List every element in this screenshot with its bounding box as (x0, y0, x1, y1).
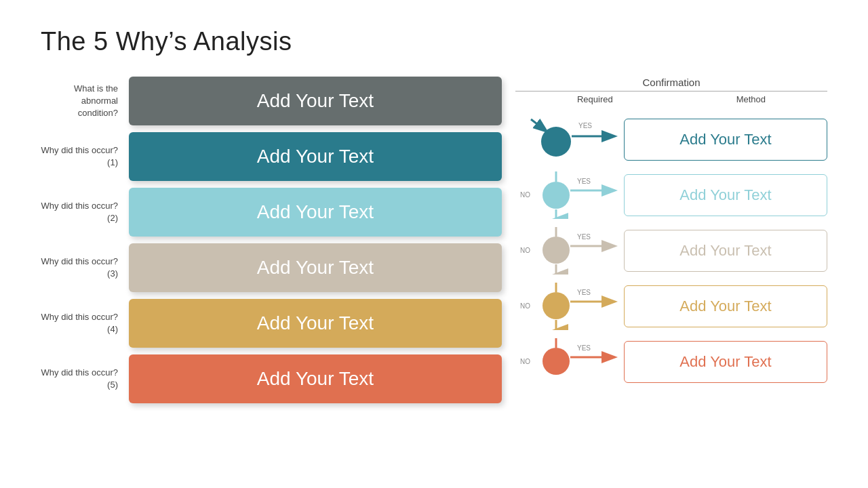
row-label-1: Why did this occur? (1) (41, 144, 129, 169)
svg-text:NO: NO (520, 191, 530, 199)
main-box-2[interactable]: Add Your Text (129, 188, 502, 237)
main-box-3[interactable]: Add Your Text (129, 243, 502, 292)
col-method: Method (736, 94, 766, 104)
left-row-0: What is the abnormal condition? Add Your… (41, 77, 502, 125)
right-row-4: NO YES Add Your Text (515, 338, 827, 386)
page: The 5 Why’s Analysis What is the abnorma… (0, 0, 868, 488)
svg-line-3 (531, 119, 546, 131)
right-box-1[interactable]: Add Your Text (624, 174, 827, 216)
row-label-4: Why did this occur? (4) (41, 311, 129, 336)
main-box-0[interactable]: Add Your Text (129, 77, 502, 125)
right-row-2: NO YES Add Your Text (515, 226, 827, 275)
svg-point-0 (541, 127, 571, 157)
flow-svg-1: NO YES (519, 171, 620, 219)
right-panel: Confirmation Required Method (502, 77, 827, 410)
svg-point-18 (542, 292, 570, 319)
confirmation-title: Confirmation (515, 77, 827, 88)
left-row-2: Why did this occur? (2) Add Your Text (41, 188, 502, 237)
col-required: Required (577, 94, 613, 104)
left-row-4: Why did this occur? (4) Add Your Text (41, 299, 502, 348)
svg-point-12 (542, 237, 570, 264)
svg-text:YES: YES (577, 289, 591, 296)
svg-text:NO: NO (520, 302, 530, 310)
left-row-3: Why did this occur? (3) Add Your Text (41, 243, 502, 292)
left-row-1: Why did this occur? (1) Add Your Text (41, 132, 502, 181)
svg-text:YES: YES (577, 233, 591, 241)
left-row-5: Why did this occur? (5) Add Your Text (41, 354, 502, 403)
flow-diagram-3: NO YES (515, 283, 624, 330)
content-area: What is the abnormal condition? Add Your… (41, 77, 827, 410)
left-panel: What is the abnormal condition? Add Your… (41, 77, 502, 410)
flow-diagram-0: YES (515, 116, 624, 163)
right-box-2[interactable]: Add Your Text (624, 230, 827, 272)
right-row-3: NO YES Add Your Text (515, 282, 827, 331)
svg-text:NO: NO (520, 247, 530, 254)
svg-text:YES: YES (578, 122, 592, 129)
row-label-5: Why did this occur? (5) (41, 367, 129, 391)
main-box-1[interactable]: Add Your Text (129, 132, 502, 181)
right-box-3[interactable]: Add Your Text (624, 285, 827, 327)
flow-svg-4: NO YES (519, 338, 620, 386)
flow-diagram-4: NO YES (515, 338, 624, 386)
svg-point-6 (542, 182, 570, 209)
right-rows: YES Add Your Text (515, 115, 827, 386)
flow-diagram-1: NO YES (515, 171, 624, 219)
svg-point-24 (542, 348, 570, 375)
row-label-3: Why did this occur? (3) (41, 256, 129, 280)
right-row-1: NO YES (515, 171, 827, 220)
main-box-5[interactable]: Add Your Text (129, 354, 502, 403)
svg-text:YES: YES (577, 344, 591, 352)
svg-text:NO: NO (520, 358, 530, 365)
confirmation-header: Confirmation Required Method (515, 77, 827, 110)
confirmation-divider (515, 91, 827, 92)
flow-svg-2: NO YES (519, 227, 620, 274)
right-box-4[interactable]: Add Your Text (624, 341, 827, 383)
main-box-4[interactable]: Add Your Text (129, 299, 502, 348)
row-label-0: What is the abnormal condition? (41, 83, 129, 120)
flow-diagram-2: NO YES (515, 227, 624, 274)
row-label-2: Why did this occur? (2) (41, 200, 129, 224)
flow-svg-0: YES (519, 116, 620, 163)
right-row-0: YES Add Your Text (515, 115, 827, 164)
flow-svg-3: NO YES (519, 283, 620, 330)
page-title: The 5 Why’s Analysis (41, 27, 827, 56)
confirmation-cols: Required Method (515, 94, 827, 104)
right-box-0[interactable]: Add Your Text (624, 119, 827, 161)
svg-text:YES: YES (577, 178, 591, 185)
